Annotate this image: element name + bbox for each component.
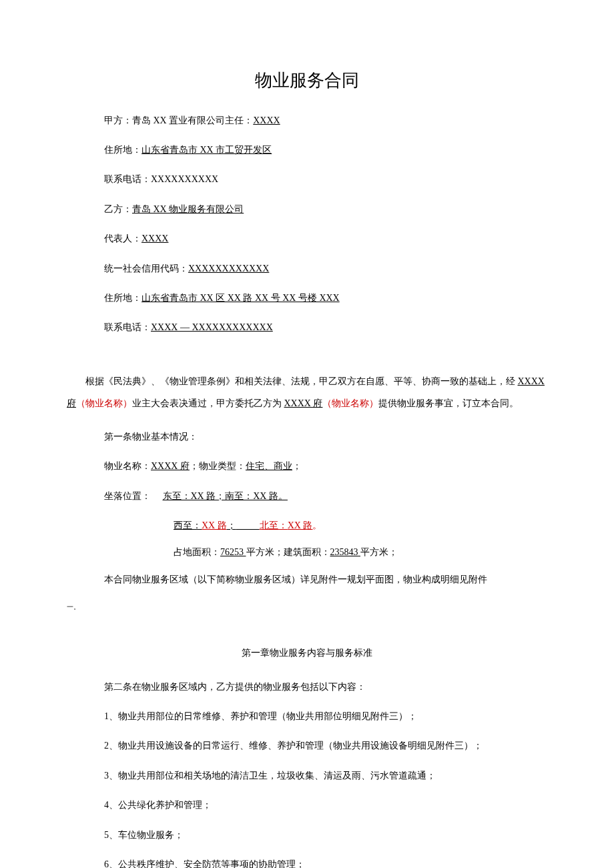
location-west-label: 西至：	[174, 520, 202, 530]
party-b-name: 青岛 XX 物业服务有限公司	[132, 204, 244, 214]
service-item-6: 6、公共秩序维护、安全防范等事项的协助管理；	[67, 857, 547, 868]
preamble-p2: 府	[67, 398, 76, 408]
party-a-address-line: 住所地：山东省青岛市 XX 市工贸开发区	[67, 143, 547, 157]
location-north-end: 。	[312, 520, 322, 530]
party-b-rep: XXXX	[141, 234, 168, 244]
build-unit: 平方米；	[360, 547, 398, 557]
party-b-address: 山东省青岛市 XX 区 XX 路 XX 号 XX 号楼 XXX	[141, 293, 340, 303]
area-val: 76253	[220, 547, 246, 557]
area-line: 占地面积：76253 平方米；建筑面积：235843 平方米；	[67, 545, 547, 560]
party-b-credit: XXXXXXXXXXXX	[188, 264, 269, 274]
party-a-phone-label: 联系电话：	[104, 174, 151, 184]
area-unit: 平方米；建筑面积：	[246, 547, 330, 557]
preamble-note2: （物业名称）	[322, 398, 378, 408]
party-b-phone-line: 联系电话：XXXX — XXXXXXXXXXXX	[67, 320, 547, 335]
preamble-paragraph: 根据《民法典》、《物业管理条例》和相关法律、法规，甲乙双方在自愿、平等、协商一致…	[67, 370, 547, 415]
property-name-label: 物业名称：	[104, 461, 151, 471]
location-line1: 坐落位置： 东至：XX 路；南至：XX 路。	[67, 489, 547, 504]
location-line2: 西至：XX 路； 北至：XX 路。	[67, 518, 547, 533]
party-b-rep-label: 代表人：	[104, 234, 141, 244]
property-name: XXXX 府	[151, 461, 190, 471]
property-type-end: ；	[292, 461, 302, 471]
chapter1-title: 第一章物业服务内容与服务标准	[67, 646, 547, 661]
party-b-phone: XXXX — XXXXXXXXXXXX	[151, 322, 273, 332]
party-a-phone-line: 联系电话：XXXXXXXXXX	[67, 172, 547, 187]
party-a-phone: XXXXXXXXXX	[151, 174, 218, 184]
party-b-credit-line: 统一社会信用代码：XXXXXXXXXXXX	[67, 262, 547, 276]
location-west-sep: ；	[227, 520, 236, 530]
region-text: 本合同物业服务区域（以下简称物业服务区域）详见附件一规划平面图，物业构成明细见附…	[67, 572, 547, 587]
party-a-address-label: 住所地：	[104, 145, 141, 155]
party-a-line: 甲方：青岛 XX 置业有限公司主任：XXXX	[67, 113, 547, 128]
party-b-rep-line: 代表人：XXXX	[67, 232, 547, 246]
service-item-1: 1、物业共用部位的日常维修、养护和管理（物业共用部位明细见附件三）；	[67, 709, 547, 724]
area-label: 占地面积：	[174, 547, 220, 557]
party-b-credit-label: 统一社会信用代码：	[104, 264, 188, 274]
service-item-3: 3、物业共用部位和相关场地的清洁卫生，垃圾收集、清运及雨、污水管道疏通；	[67, 769, 547, 783]
preamble-p3: 业主大会表决通过，甲方委托乙方为	[132, 398, 284, 408]
service-item-4: 4、公共绿化养护和管理；	[67, 798, 547, 813]
preamble-estate2: XXXX 府	[284, 398, 323, 408]
location-west-val: XX 路	[202, 520, 227, 530]
party-b-line: 乙方：青岛 XX 物业服务有限公司	[67, 202, 547, 217]
property-type: 住宅、商业	[246, 461, 292, 471]
location-north-val: XX 路	[288, 520, 313, 530]
preamble-note1: （物业名称）	[76, 398, 132, 408]
preamble-p4: 提供物业服务事宜，订立本合同。	[378, 398, 519, 408]
region-mark: 一。	[67, 602, 547, 612]
party-b-label: 乙方：	[104, 204, 132, 214]
location-east: 东至：XX 路；南至：XX 路。	[163, 491, 288, 501]
document-title: 物业服务合同	[67, 67, 547, 95]
party-b-phone-label: 联系电话：	[104, 322, 151, 332]
preamble-estate1: XXXX	[518, 376, 545, 386]
article1-heading: 第一条物业基本情况：	[67, 430, 547, 444]
location-north-label: 北至：	[260, 520, 288, 530]
party-b-address-line: 住所地：山东省青岛市 XX 区 XX 路 XX 号 XX 号楼 XXX	[67, 291, 547, 306]
location-label: 坐落位置：	[104, 491, 151, 501]
party-a-name: XXXX	[253, 115, 280, 125]
party-a-address: 山东省青岛市 XX 市工贸开发区	[141, 145, 272, 155]
build-val: 235843	[330, 547, 361, 557]
service-item-2: 2、物业共用设施设备的日常运行、维修、养护和管理（物业共用设施设备明细见附件三）…	[67, 739, 547, 753]
property-name-line: 物业名称：XXXX 府；物业类型：住宅、商业；	[67, 459, 547, 474]
preamble-p1: 根据《民法典》、《物业管理条例》和相关法律、法规，甲乙双方在自愿、平等、协商一致…	[85, 376, 518, 386]
article2-heading: 第二条在物业服务区域内，乙方提供的物业服务包括以下内容：	[67, 680, 547, 695]
party-a-label: 甲方：青岛 XX 置业有限公司主任：	[104, 115, 253, 125]
service-item-5: 5、车位物业服务；	[67, 828, 547, 843]
property-type-label: ；物业类型：	[190, 461, 246, 471]
party-b-address-label: 住所地：	[104, 293, 141, 303]
